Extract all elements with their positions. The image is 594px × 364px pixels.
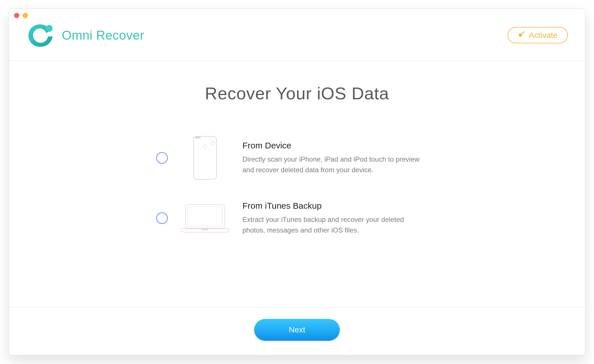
svg-point-0 [46, 25, 53, 32]
option-from-itunes-backup-text: From iTunes Backup Extract your iTunes b… [242, 201, 438, 235]
header: Omni Recover Activate [9, 9, 585, 61]
option-from-device-title: From Device [242, 141, 438, 150]
brand-logo-icon [26, 20, 55, 50]
svg-rect-4 [195, 137, 201, 138]
brand: Omni Recover [26, 20, 144, 50]
svg-point-3 [211, 141, 215, 145]
radio-from-device[interactable] [156, 152, 168, 164]
radio-from-itunes-backup[interactable] [156, 212, 168, 224]
option-from-itunes-backup[interactable]: From iTunes Backup Extract your iTunes b… [156, 201, 438, 235]
svg-rect-5 [186, 205, 225, 228]
svg-rect-2 [194, 136, 217, 179]
option-from-device-description: Directly scan your iPhone, iPad and iPod… [242, 154, 426, 175]
svg-rect-7 [202, 229, 209, 230]
page-title: Recover Your iOS Data [205, 84, 389, 103]
laptop-icon [179, 202, 231, 234]
app-window: Omni Recover Activate Recover Your iOS D… [9, 9, 585, 355]
window-minimize-button[interactable] [23, 13, 28, 18]
brand-name: Omni Recover [62, 28, 144, 42]
next-button[interactable]: Next [254, 319, 340, 341]
next-button-label: Next [289, 325, 305, 334]
option-from-itunes-backup-description: Extract your iTunes backup and recover y… [242, 214, 426, 235]
iphone-icon [179, 135, 231, 181]
key-icon [518, 30, 525, 40]
main-content: Recover Your iOS Data [9, 61, 585, 307]
window-close-button[interactable] [14, 13, 19, 18]
option-from-device[interactable]: From Device Directly scan your iPhone, i… [156, 135, 438, 181]
footer: Next [9, 307, 585, 355]
window-controls [14, 13, 28, 18]
option-from-device-text: From Device Directly scan your iPhone, i… [242, 141, 438, 175]
activate-button-label: Activate [529, 31, 558, 40]
activate-button[interactable]: Activate [508, 27, 568, 43]
recovery-options: From Device Directly scan your iPhone, i… [156, 135, 438, 235]
option-from-itunes-backup-title: From iTunes Backup [242, 201, 438, 211]
svg-rect-6 [188, 207, 222, 226]
